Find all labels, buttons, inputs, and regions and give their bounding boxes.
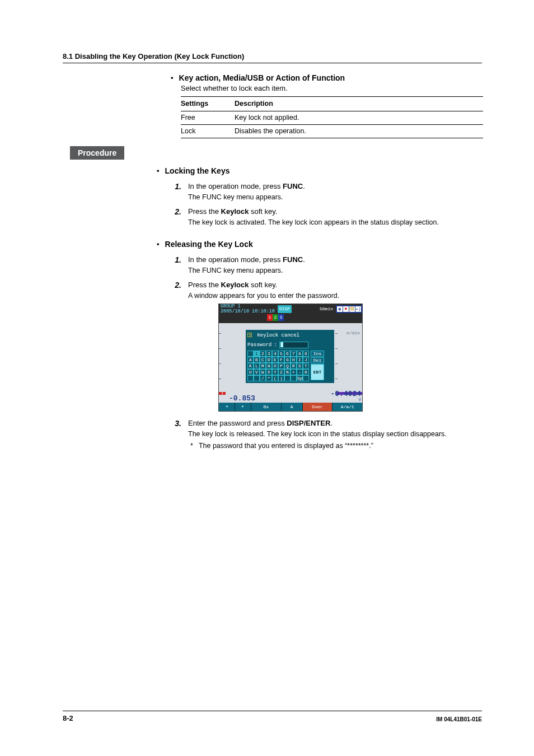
- step-note: A window appears for you to enter the pa…: [188, 291, 484, 301]
- step-note: The key lock is released. The key lock i…: [188, 430, 484, 440]
- page-number: 8-2: [63, 714, 73, 722]
- keylock-keyword: Keylock: [221, 207, 249, 216]
- colon: :: [274, 342, 277, 349]
- bullet-icon: •: [157, 166, 160, 177]
- doc-id: IM 04L41B01-01E: [436, 716, 482, 722]
- table-row: Lock Disables the operation.: [181, 125, 483, 138]
- status-iconbar: ◉ ✖ ⚿ •)): [336, 305, 362, 313]
- page: 8.1 Disabling the Key Operation (Key Loc…: [0, 0, 534, 756]
- a-button[interactable]: A: [282, 403, 303, 411]
- footer-rule: [63, 711, 482, 711]
- cell-description: Disables the operation.: [235, 125, 483, 138]
- left-arrow-button[interactable]: ◂: [219, 403, 235, 411]
- asterisk-icon: *: [190, 441, 193, 451]
- step-1: 1. In the operation mode, press FUNC. Th…: [170, 181, 484, 203]
- device-titlebar: GROUP 1 2005/10/10 10:10:10 DISP 50min ◉…: [219, 304, 362, 314]
- procedure-body: • Locking the Keys 1. In the operation m…: [157, 164, 484, 451]
- right-arrow-button[interactable]: ▸: [235, 403, 251, 411]
- step-text: soft key.: [249, 207, 277, 216]
- key-icon: ⚿: [247, 333, 252, 338]
- step-note: The key lock is activated. The key lock …: [188, 218, 484, 228]
- tab-3[interactable]: 3: [278, 314, 284, 321]
- table-header-settings: Settings: [181, 97, 235, 111]
- tab-1[interactable]: 1: [267, 314, 273, 321]
- asterisk-note: * The password that you entered is displ…: [190, 441, 484, 451]
- asterisk-text: The password that you entered is display…: [199, 441, 373, 451]
- step-number-icon: 2.: [170, 207, 181, 228]
- step-text: soft key.: [249, 281, 277, 289]
- step-number-icon: 1.: [170, 255, 181, 276]
- step-r3: 3. Enter the password and press DISP/ENT…: [170, 418, 484, 440]
- func-keyword: FUNC: [283, 182, 303, 190]
- cell-setting: Free: [181, 111, 235, 125]
- releasing-title: Releasing the Key Lock: [165, 239, 253, 250]
- device-tabs: 1 2 3: [219, 314, 362, 323]
- settings-table: Settings Description Free Key lock not a…: [181, 96, 483, 138]
- password-label: Password: [247, 342, 271, 349]
- locking-title: Locking the Keys: [165, 166, 230, 177]
- section-subtitle: Select whether to lock each item.: [181, 83, 484, 94]
- step-note: The FUNC key menu appears.: [188, 266, 484, 276]
- keylock-keyword: Keylock: [221, 281, 249, 289]
- over-button[interactable]: Over: [303, 403, 333, 411]
- func-keyword: FUNC: [283, 255, 303, 264]
- table-row: Free Key lock not applied.: [181, 111, 483, 125]
- tab-2[interactable]: 2: [273, 314, 278, 321]
- record-icon: ◉: [337, 306, 343, 312]
- cell-setting: Lock: [181, 125, 235, 138]
- step-text: Press the: [188, 281, 221, 289]
- step-text: .: [330, 419, 332, 427]
- dispenter-keyword: DISP/ENTER: [287, 419, 330, 427]
- cell-description: Key lock not applied.: [235, 111, 483, 125]
- table-header-description: Description: [235, 97, 483, 111]
- ins-button[interactable]: Ins: [311, 351, 324, 357]
- device-chart-area: 1 -0.853 ⚿ Keylock cancel Password: [219, 323, 362, 403]
- value-right: -0.4024 V: [330, 391, 361, 403]
- keylock-icon: ⚿: [349, 306, 355, 312]
- section-key-action: • Key action, Media/USB or Action of Fun…: [171, 73, 484, 138]
- step-text: In the operation mode, press: [188, 255, 283, 264]
- dialog-title: Keylock cancel: [257, 333, 299, 338]
- del-button[interactable]: Del: [311, 357, 324, 363]
- channel-1-marker: 1: [219, 392, 226, 395]
- step-r1: 1. In the operation mode, press FUNC. Th…: [170, 255, 484, 276]
- section-title: Key action, Media/USB or Action of Funct…: [179, 73, 345, 83]
- ndiv-label: n/div: [346, 330, 360, 336]
- step-text: Press the: [188, 207, 221, 216]
- step-text: Enter the password and press: [188, 419, 287, 427]
- bullet-icon: •: [171, 73, 174, 83]
- time-scale: 50min: [320, 306, 333, 312]
- step-text: In the operation mode, press: [188, 182, 283, 190]
- step-number-icon: 3.: [170, 418, 181, 440]
- step-text: .: [303, 182, 305, 190]
- step-text: .: [303, 255, 305, 264]
- header-rule: [63, 63, 482, 63]
- running-header: 8.1 Disabling the Key Operation (Key Loc…: [63, 52, 244, 60]
- step-note: The FUNC key menu appears.: [188, 193, 484, 203]
- bs-button[interactable]: Bs: [251, 403, 282, 411]
- disp-badge: DISP: [278, 305, 292, 312]
- step-2: 2. Press the Keylock soft key. The key l…: [170, 207, 484, 228]
- case-toggle-button[interactable]: A/a/1: [332, 403, 362, 411]
- bullet-icon: •: [157, 239, 160, 250]
- password-input[interactable]: [279, 342, 308, 348]
- ent-button[interactable]: ENT: [311, 364, 324, 380]
- step-number-icon: 1.: [170, 181, 181, 203]
- alarm-icon: ✖: [343, 306, 349, 312]
- keylock-cancel-dialog: ⚿ Keylock cancel Password :: [246, 330, 334, 383]
- status-icon: •)): [355, 306, 361, 312]
- device-group-label: GROUP 1 2005/10/10 10:10:10: [219, 304, 277, 314]
- device-screenshot: GROUP 1 2005/10/10 10:10:10 DISP 50min ◉…: [218, 304, 363, 412]
- step-r2: 2. Press the Keylock soft key. A window …: [170, 280, 484, 412]
- step-number-icon: 2.: [170, 280, 181, 412]
- procedure-tag: Procedure: [70, 146, 124, 160]
- onscreen-keyboard[interactable]: 123456789 ABCDEFGHIJ KLMNOPQRST UVWXYZ%+…: [247, 351, 309, 381]
- device-softkeys: ◂ ▸ Bs A Over A/a/1: [219, 403, 362, 411]
